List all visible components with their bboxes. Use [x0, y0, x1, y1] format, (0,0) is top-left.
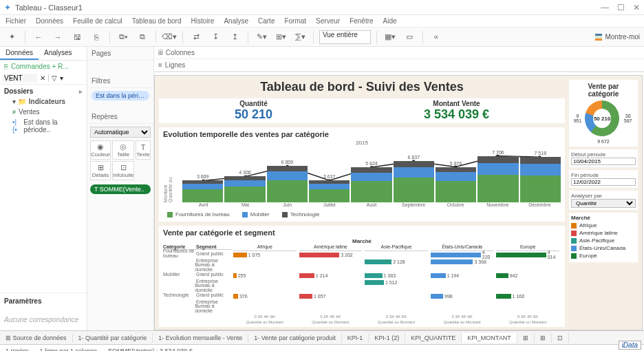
menu-tableau-bord[interactable]: Tableau de bord	[132, 17, 182, 25]
tab-donnees[interactable]: Données	[0, 47, 39, 60]
columns-icon: iii	[158, 49, 163, 56]
menu-serveur[interactable]: Serveur	[316, 17, 340, 25]
no-match-label: Aucune correspondance	[0, 309, 87, 330]
datasource-item[interactable]: ⎘Commandes + R...	[0, 61, 87, 72]
swap-button[interactable]: ⇄	[189, 30, 204, 44]
menu-histoire[interactable]: Histoire	[191, 17, 215, 25]
columns-shelf[interactable]: iiiColonnes	[154, 47, 644, 59]
mark-detail-button[interactable]: ⊞Détails	[90, 161, 111, 180]
tab-datasource[interactable]: ⊞ Source de données	[0, 333, 73, 343]
bar-juin[interactable]: 6 009	[267, 166, 308, 202]
filter-analyser: Analyser par Quantité	[569, 191, 638, 210]
bar-octobre[interactable]: 5 876	[436, 167, 476, 202]
menu-carte[interactable]: Carte	[258, 17, 275, 25]
clear-search-icon[interactable]: ✕	[40, 74, 45, 82]
tab-sheet-7[interactable]: KPI_MONTANT	[462, 333, 517, 343]
menu-analyse[interactable]: Analyse	[224, 17, 248, 25]
forward-button[interactable]: →	[50, 30, 65, 44]
save-button[interactable]: 🖫	[69, 30, 85, 44]
field-ventes[interactable]: #Ventes	[0, 107, 87, 117]
new-story-button[interactable]: ⊡	[552, 333, 569, 343]
tableau-icon[interactable]: ✦	[4, 30, 19, 44]
bar-mai[interactable]: 4 300	[224, 176, 265, 202]
fin-input[interactable]	[571, 178, 636, 186]
bar-décembre[interactable]: 7 518	[520, 157, 561, 202]
category-legend: Fournitures de bureau Mobilier Technolog…	[163, 210, 561, 219]
pages-shelf[interactable]: Pages	[87, 47, 153, 61]
maximize-button[interactable]: ☐	[617, 3, 625, 12]
menu-aide[interactable]: Aide	[383, 17, 397, 25]
dropdown-icon[interactable]: ▾	[60, 74, 63, 82]
show-me-button[interactable]: Montre-moi	[595, 33, 640, 41]
parametres-header[interactable]: Paramètres	[0, 292, 87, 309]
measure-pill-ventes[interactable]: T SOMME(Vente..	[90, 184, 151, 194]
filters-shelf[interactable]: Filtres	[87, 74, 153, 88]
dossiers-header[interactable]: Dossiers▸	[0, 85, 87, 96]
donut-chart[interactable]: Vente par catégorie 9 951 50 210 30 587 …	[569, 80, 638, 147]
sort-asc-button[interactable]: ↧	[208, 30, 223, 44]
mark-size-button[interactable]: ◎Taille	[112, 140, 134, 160]
statusbar: 1 repère 1 ligne par 1 colonne SOMME(Ven…	[0, 344, 644, 351]
evolution-chart[interactable]: Evolution temporelle des ventes par caté…	[159, 127, 565, 222]
duplicate-button[interactable]: ⧉	[135, 30, 150, 44]
main-area: Données Analyses ⎘Commandes + R... ✕ ▽ ▾…	[0, 47, 644, 330]
minimize-button[interactable]: —	[601, 3, 609, 12]
bar-avril[interactable]: 3 609	[182, 180, 223, 202]
tab-sheet-5[interactable]: KPI-1 (2)	[369, 333, 405, 343]
new-dashboard-button[interactable]: ⊞	[535, 333, 552, 343]
tab-sheet-3[interactable]: 1- Vente par catégorie produit	[248, 333, 342, 343]
tab-sheet-4[interactable]: KPI-1	[342, 333, 369, 343]
text-icon: T	[141, 143, 146, 151]
clear-button[interactable]: ⌫▾	[162, 30, 177, 44]
brand-badge: iData	[619, 341, 641, 350]
tab-sheet-1[interactable]: 1- Quantité par catégorie	[73, 333, 153, 343]
bar-novembre[interactable]: 7 706	[477, 156, 518, 202]
mark-color-button[interactable]: ◉Couleur	[90, 140, 111, 160]
marks-shelf-header: Repères	[87, 110, 153, 124]
menu-format[interactable]: Format	[284, 17, 306, 25]
mark-type-select[interactable]: Automatique	[90, 127, 151, 138]
rows-shelf[interactable]: ≡Lignes	[154, 59, 644, 72]
close-button[interactable]: ✕	[633, 3, 640, 12]
group-button[interactable]: ⊞▾	[273, 30, 288, 44]
share-button[interactable]: ∝	[429, 30, 444, 44]
presentation-button[interactable]: ▭	[402, 30, 417, 44]
new-data-button[interactable]: ⎘	[89, 30, 104, 44]
category-segment-chart[interactable]: Vente par catégorie et segment Marché Ca…	[159, 226, 565, 327]
status-repere: 1 repère	[6, 348, 29, 352]
filter-debut: Début période	[569, 149, 638, 167]
filter-pill-periode[interactable]: Est dans la période d..	[92, 91, 149, 100]
bar-septembre[interactable]: 6 837	[394, 161, 434, 202]
rows-icon: ≡	[158, 61, 162, 69]
view-fit-select[interactable]: Vue entière	[319, 30, 371, 44]
sort-desc-button[interactable]: ↥	[227, 30, 242, 44]
menu-feuille[interactable]: Feuille de calcul	[73, 17, 122, 25]
filter-icon[interactable]: ▽	[48, 74, 57, 82]
debut-input[interactable]	[571, 158, 636, 165]
field-periode[interactable]: •|{•Est dans la période..	[0, 117, 87, 135]
menu-fichier[interactable]: Fichier	[6, 17, 26, 25]
filter-fin: Fin période	[569, 170, 638, 188]
show-cards-button[interactable]: ▦▾	[383, 30, 398, 44]
analyser-select[interactable]: Quantité	[571, 199, 636, 208]
tab-analyses[interactable]: Analyses	[39, 47, 78, 60]
totals-button[interactable]: ⅀▾	[292, 30, 308, 44]
menu-fenetre[interactable]: Fenêtre	[350, 17, 373, 25]
search-field-input[interactable]	[3, 74, 37, 83]
folder-indicateurs[interactable]: ▾ 📁 Indicateurs	[0, 96, 87, 107]
tooltip-icon: ⊡	[120, 163, 127, 172]
mark-text-button[interactable]: TTexte	[136, 140, 151, 160]
bar-juillet[interactable]: 3 637	[309, 180, 350, 202]
tab-sheet-2[interactable]: 1- Evolution mensuelle - Vente	[153, 333, 248, 343]
back-button[interactable]: ←	[31, 30, 46, 44]
new-worksheet-button[interactable]: ⊞	[517, 333, 535, 343]
toolbar: ✦ ← → 🖫 ⎘ ⧉▾ ⧉ ⌫▾ ⇄ ↧ ↥ ✎▾ ⊞▾ ⅀▾ Vue ent…	[0, 28, 644, 47]
new-sheet-button[interactable]: ⧉▾	[116, 30, 131, 44]
mark-tooltip-button[interactable]: ⊡Infobulle	[112, 161, 134, 180]
menu-donnees[interactable]: Données	[36, 17, 63, 25]
color-icon: ◉	[97, 142, 104, 151]
highlight-button[interactable]: ✎▾	[254, 30, 269, 44]
window-title: Tableau - Classeur1	[15, 3, 601, 12]
tab-sheet-6[interactable]: KPI_QUANTITE	[405, 333, 462, 343]
bar-août[interactable]: 5 824	[351, 167, 391, 202]
